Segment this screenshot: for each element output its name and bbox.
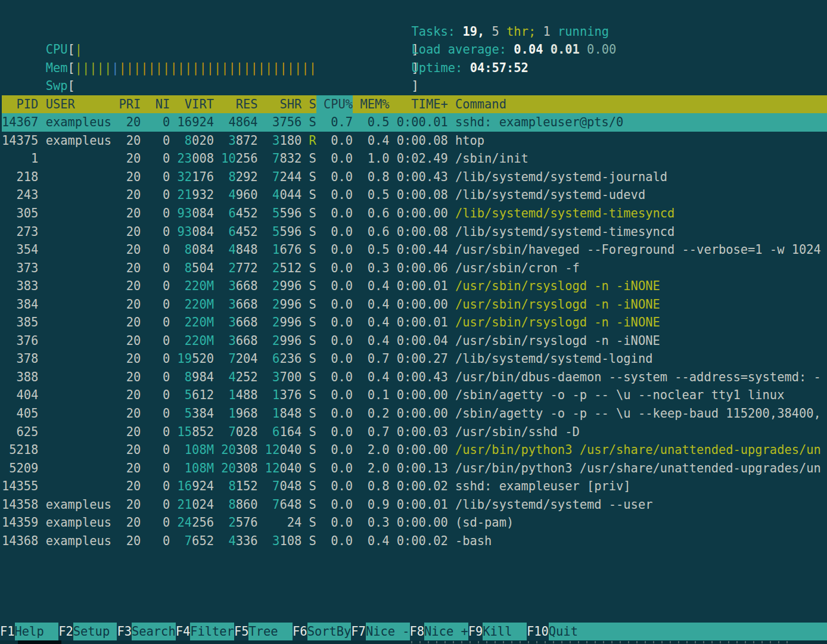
fkey-help[interactable]: Help — [15, 623, 59, 641]
process-row[interactable]: 384 20 0 220M 3668 2996 S0.00.40:00.00 /… — [2, 295, 827, 314]
fkey-sortby[interactable]: SortBy — [307, 623, 352, 641]
column-header-res[interactable]: RES — [221, 95, 257, 114]
column-gap — [170, 95, 177, 114]
cell-gap — [38, 441, 45, 459]
ni-value: 0 — [163, 225, 170, 239]
mem-mb-part: 23 — [178, 151, 192, 166]
pid-cell: 404 — [2, 386, 38, 405]
fkey-filter[interactable]: Filter — [190, 623, 234, 641]
pid-cell: 385 — [2, 313, 38, 332]
cell-gap — [38, 277, 45, 295]
process-row[interactable]: 14368 exampleus 20 0 7652 4336 3108 S0.0… — [2, 532, 827, 550]
mem-kb-part: 164 — [279, 425, 301, 439]
cell-gap — [111, 223, 119, 241]
column-header-pri[interactable]: PRI — [119, 95, 141, 114]
mem-mb-part: 220M — [185, 297, 214, 312]
cell-gap — [258, 132, 265, 150]
process-row[interactable]: 625 20 0 15852 7028 6164 S0.00.70:00.03 … — [2, 423, 827, 441]
fkey-kill[interactable]: Kill — [483, 623, 527, 641]
process-row[interactable]: 5209 20 0 108M 20308 12040 S0.02.00:00.1… — [2, 459, 827, 478]
mem-value: 0.7 — [368, 425, 390, 439]
process-row[interactable]: 385 20 0 220M 3668 2996 S0.00.40:00.01 /… — [2, 313, 827, 332]
state-letter: S — [309, 261, 316, 275]
cell-gap — [301, 204, 309, 223]
pri-cell: 20 — [119, 150, 141, 168]
column-header-cpu[interactable]: CPU% — [316, 95, 353, 114]
process-row[interactable]: 14375 exampleus 20 0 8020 3872 3180 R0.0… — [2, 132, 827, 150]
pid-cell: 305 — [2, 204, 38, 223]
process-row[interactable]: 218 20 0 32176 8292 7244 S0.00.80:00.43 … — [2, 168, 827, 186]
fkey-quit[interactable]: Quit — [549, 623, 827, 641]
process-row[interactable]: 383 20 0 220M 3668 2996 S0.00.40:00.01 /… — [2, 277, 827, 295]
cpu-cell: 0.0 — [316, 150, 353, 168]
cpu-meter-row: CPU[| ] Tasks: 19, 5 thr; 1 running — [2, 23, 827, 41]
s-cell: S — [309, 532, 316, 550]
process-row[interactable]: 354 20 0 8084 4848 1676 S0.00.50:00.44 /… — [2, 241, 827, 259]
mem-kb-part: 996 — [279, 279, 301, 293]
mem-mb-part: 12 — [265, 461, 280, 475]
process-row[interactable]: 376 20 0 220M 3668 2996 S0.00.40:00.04 /… — [2, 332, 827, 350]
process-row[interactable]: 14355 20 0 16924 8152 7048 S0.00.80:00.0… — [2, 477, 827, 496]
res-cell: 8860 — [221, 496, 257, 514]
process-row[interactable]: 405 20 0 5384 1968 1848 S0.00.20:00.00 /… — [2, 405, 827, 423]
pid-cell: 243 — [2, 186, 38, 204]
shr-cell: 3180 — [265, 132, 301, 150]
column-header-virt[interactable]: VIRT — [178, 95, 214, 114]
process-row[interactable]: 14359 exampleus 20 0 24256 2576 24 S0.00… — [2, 514, 827, 532]
mem-mb-part: 16 — [178, 115, 192, 129]
cell-gap — [448, 368, 455, 387]
mem-kb-part: 852 — [192, 425, 214, 439]
mem-cell: 0.7 — [353, 350, 389, 368]
fkey-setup[interactable]: Setup — [73, 623, 117, 641]
column-header-ni[interactable]: NI — [148, 95, 170, 114]
cmd-cell: /lib/systemd/systemd-timesyncd — [455, 223, 821, 241]
s-cell: S — [309, 223, 316, 241]
process-row[interactable]: 14358 exampleus 20 0 21024 8860 7648 S0.… — [2, 496, 827, 514]
state-letter: S — [309, 406, 316, 421]
process-row[interactable]: 373 20 0 8504 2772 2512 S0.00.30:00.06 /… — [2, 259, 827, 278]
cell-gap — [170, 496, 177, 514]
pid-cell: 373 — [2, 259, 38, 278]
cell-gap — [448, 423, 455, 441]
s-cell: S — [309, 386, 316, 405]
cell-gap — [170, 186, 177, 204]
process-row[interactable]: 243 20 0 21932 4960 4044 S0.00.50:00.08 … — [2, 186, 827, 204]
fkey-nice-plus[interactable]: Nice + — [424, 623, 468, 641]
process-row[interactable]: 14367 exampleus 20 0 16924 4864 3756 S0.… — [2, 113, 827, 132]
column-header-shr[interactable]: SHR — [265, 95, 301, 114]
fkey-search[interactable]: Search — [132, 623, 176, 641]
pri-value: 20 — [126, 315, 141, 329]
fkey-nice-minus[interactable]: Nice - — [366, 623, 410, 641]
process-row[interactable]: 5218 20 0 108M 20308 12040 S0.02.00:00.0… — [2, 441, 827, 459]
time-value: 0:00.43 — [397, 370, 448, 384]
mem-mb-part: 220M — [185, 334, 214, 348]
process-row[interactable]: 273 20 0 93084 6452 5596 S0.00.60:00.08 … — [2, 223, 827, 241]
cell-gap — [170, 241, 177, 259]
cpu-cell: 0.0 — [316, 313, 353, 332]
res-cell: 7028 — [221, 423, 257, 441]
column-header-s[interactable]: S — [309, 95, 316, 114]
mem-cell: 0.5 — [353, 186, 389, 204]
state-letter: S — [309, 334, 316, 348]
column-header-user[interactable]: USER — [46, 95, 111, 114]
cell-gap — [301, 150, 309, 168]
state-letter: S — [309, 370, 316, 384]
res-cell: 8152 — [221, 477, 257, 496]
cell-gap — [111, 168, 119, 186]
process-row[interactable]: 1 20 0 23008 10256 7832 S0.01.00:02.49 /… — [2, 150, 827, 168]
column-header-mem[interactable]: MEM% — [353, 95, 389, 114]
fkey-tree[interactable]: Tree — [248, 623, 293, 641]
process-row[interactable]: 388 20 0 8984 4252 3700 S0.00.40:00.43 /… — [2, 368, 827, 387]
pri-cell: 20 — [119, 459, 141, 478]
column-header-cmd[interactable]: Command — [455, 95, 821, 114]
cpu-value: 0.0 — [331, 534, 353, 548]
pri-value: 20 — [126, 388, 141, 402]
process-row[interactable]: 305 20 0 93084 6452 5596 S0.00.60:00.00 … — [2, 204, 827, 223]
process-row[interactable]: 378 20 0 19520 7204 6236 S0.00.70:00.27 … — [2, 350, 827, 368]
column-header-pid[interactable]: PID — [2, 95, 38, 114]
column-header-time[interactable]: TIME+ — [390, 95, 448, 114]
cell-gap — [448, 441, 455, 459]
s-cell: S — [309, 496, 316, 514]
process-row[interactable]: 404 20 0 5612 1488 1376 S0.00.10:00.00 /… — [2, 386, 827, 405]
cell-gap — [141, 441, 148, 459]
